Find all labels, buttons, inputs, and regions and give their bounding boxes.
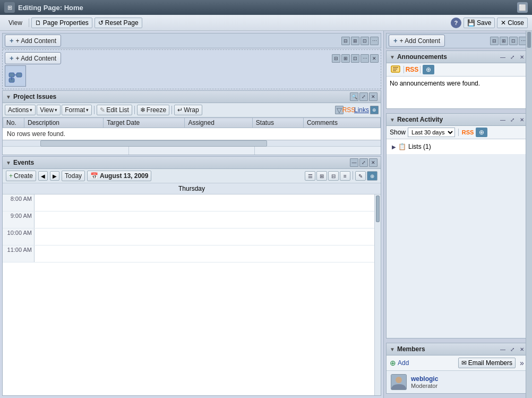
edit-cal-btn[interactable]: ✎ bbox=[355, 171, 366, 181]
events-expand-icon[interactable]: ⤢ bbox=[359, 158, 368, 167]
ra-collapse-arrow[interactable]: ▼ bbox=[390, 117, 395, 123]
ann-close-icon[interactable]: ✕ bbox=[518, 53, 526, 61]
view-button[interactable]: View ▾ bbox=[37, 105, 61, 115]
layout-icon-2[interactable]: ⊞ bbox=[351, 37, 359, 45]
members-expand-icon[interactable]: ⤢ bbox=[508, 345, 517, 353]
rss-icon-1[interactable]: RSS bbox=[345, 106, 353, 114]
title-bar-left: ⊞ Editing Page: Home bbox=[4, 2, 83, 13]
close-button[interactable]: ✕ Close bbox=[497, 18, 528, 28]
layout-icon-4[interactable]: ⋯ bbox=[370, 37, 379, 45]
events-close-icon[interactable]: ✕ bbox=[369, 158, 377, 167]
cal-slot-9am[interactable] bbox=[35, 211, 374, 228]
layout-icon-8[interactable]: ⋯ bbox=[361, 54, 369, 63]
right-outer-scrollbar[interactable] bbox=[526, 31, 532, 398]
actions-button[interactable]: Actions ▾ bbox=[5, 105, 36, 115]
page-properties-icon: 🗋 bbox=[35, 19, 41, 27]
workflow-svg bbox=[8, 69, 23, 83]
ann-expand-icon[interactable]: ⤢ bbox=[508, 53, 517, 61]
next-day-button[interactable]: ▶ bbox=[50, 171, 59, 181]
ra-share-icon[interactable]: ⊕ bbox=[476, 128, 487, 137]
members-title: ▼ Members bbox=[390, 345, 425, 353]
email-members-button[interactable]: ✉ Email Members bbox=[458, 358, 516, 368]
time-label-10am: 10:00 AM bbox=[3, 228, 35, 245]
ann-collapse-icon[interactable]: — bbox=[499, 53, 507, 61]
wrap-button[interactable]: ↵ Wrap bbox=[174, 105, 202, 115]
help-button[interactable]: ? bbox=[451, 18, 461, 28]
cal-scrollbar[interactable] bbox=[374, 194, 381, 395]
right-layout-2[interactable]: ⊞ bbox=[500, 37, 508, 45]
ra-rss-icon[interactable]: RSS bbox=[462, 128, 474, 137]
menu-bar-left: View 🗋 Page Properties ↺ Reset Page bbox=[4, 18, 142, 28]
layout-icon-5[interactable]: ⊟ bbox=[332, 54, 340, 63]
day-view-btn[interactable]: ☰ bbox=[305, 171, 315, 181]
calendar-picker-button[interactable]: 📅 August 13, 2009 bbox=[87, 171, 151, 181]
links-button[interactable]: Links bbox=[354, 106, 369, 114]
email-icon: ✉ bbox=[461, 359, 467, 367]
time-row-8am: 8:00 AM bbox=[3, 194, 374, 211]
expand-icon[interactable]: ⤢ bbox=[359, 92, 368, 101]
layout-icon-6[interactable]: ⊞ bbox=[341, 54, 350, 63]
member-row: weblogic Moderator bbox=[387, 371, 529, 393]
add-content-button-2[interactable]: + + Add Content bbox=[5, 52, 61, 64]
collapse-arrow[interactable]: ▼ bbox=[6, 94, 11, 100]
week-view-btn[interactable]: ⊞ bbox=[316, 171, 327, 181]
ann-new-icon[interactable] bbox=[390, 65, 401, 74]
ann-share-icon[interactable]: ⊕ bbox=[423, 65, 434, 74]
format-button[interactable]: Format ▾ bbox=[62, 105, 92, 115]
events-collapse-icon[interactable]: — bbox=[350, 158, 358, 167]
add-member-icon: ⊕ bbox=[390, 359, 396, 367]
events-collapse-arrow[interactable]: ▼ bbox=[6, 160, 11, 166]
create-event-button[interactable]: + Create bbox=[6, 171, 36, 181]
members-close-icon[interactable]: ✕ bbox=[518, 345, 526, 353]
share-icon[interactable]: ⊕ bbox=[370, 106, 379, 114]
cal-options-btn[interactable]: ⊕ bbox=[367, 171, 377, 181]
right-layout-3[interactable]: ⊡ bbox=[509, 37, 518, 45]
ann-collapse-arrow[interactable]: ▼ bbox=[390, 54, 395, 60]
edit-list-button[interactable]: ✎ Edit List bbox=[97, 105, 132, 115]
cal-slot-11am[interactable] bbox=[35, 245, 374, 262]
close-icon-2[interactable]: ✕ bbox=[369, 92, 377, 101]
time-label-11am: 11:00 AM bbox=[3, 245, 35, 262]
show-select[interactable]: Last 30 days Last 7 days Last 60 days La… bbox=[408, 128, 455, 137]
add-content-button-1[interactable]: + + Add Content bbox=[5, 35, 61, 47]
ra-collapse-icon[interactable]: — bbox=[499, 115, 507, 124]
members-collapse-icon[interactable]: — bbox=[499, 345, 507, 353]
ra-close-icon[interactable]: ✕ bbox=[518, 115, 526, 124]
layout-icon-7[interactable]: ⊡ bbox=[351, 54, 359, 63]
calendar-icon: 📅 bbox=[90, 172, 98, 180]
prev-day-button[interactable]: ◀ bbox=[38, 171, 48, 181]
layout-icon-3[interactable]: ⊡ bbox=[361, 37, 369, 45]
add-member-button[interactable]: ⊕ Add bbox=[390, 359, 409, 367]
close-icon-1[interactable]: ✕ bbox=[370, 54, 379, 63]
members-more-icon[interactable]: » bbox=[518, 359, 526, 367]
ra-expand-item-arrow[interactable]: ▶ bbox=[392, 144, 396, 150]
ann-rss-icon[interactable]: RSS bbox=[406, 65, 418, 74]
right-layout-1[interactable]: ⊟ bbox=[490, 37, 499, 45]
right-add-content-button[interactable]: + + Add Content bbox=[389, 35, 445, 47]
layout-icon-1[interactable]: ⊟ bbox=[341, 37, 350, 45]
save-button[interactable]: 💾 Save bbox=[464, 18, 495, 28]
plus-icon-1: + bbox=[10, 37, 14, 45]
month-view-btn[interactable]: ⊟ bbox=[328, 171, 339, 181]
menu-reset-page[interactable]: ↺ Reset Page bbox=[95, 18, 142, 28]
menu-page-properties[interactable]: 🗋 Page Properties bbox=[31, 18, 92, 28]
today-button[interactable]: Today bbox=[62, 171, 85, 181]
ra-list-item: ▶ 📋 Lists (1) bbox=[389, 141, 527, 152]
freeze-button[interactable]: ❄ Freeze bbox=[137, 105, 169, 115]
scroll-area[interactable] bbox=[3, 140, 381, 146]
scroll-bar[interactable] bbox=[40, 140, 267, 147]
col-comments: Comments bbox=[303, 118, 380, 128]
calendar-body: Thursday 8:00 AM 9:00 AM bbox=[3, 183, 381, 395]
right-scrollbar-thumb[interactable] bbox=[527, 32, 531, 48]
ra-expand-icon[interactable]: ⤢ bbox=[508, 115, 517, 124]
cal-scrollbar-thumb[interactable] bbox=[376, 196, 380, 222]
cal-slot-10am[interactable] bbox=[35, 228, 374, 245]
menu-view[interactable]: View bbox=[4, 18, 27, 28]
members-collapse-arrow[interactable]: ▼ bbox=[390, 346, 395, 352]
events-header: ▼ Events — ⤢ ✕ bbox=[3, 157, 381, 169]
left-panel: + + Add Content ⊟ ⊞ ⊡ ⋯ + + Add Content … bbox=[0, 31, 383, 398]
cal-slot-8am[interactable] bbox=[35, 194, 374, 211]
agenda-view-btn[interactable]: ≡ bbox=[340, 171, 350, 181]
cal-time-content: 8:00 AM 9:00 AM 10:00 AM bbox=[3, 194, 374, 395]
search-icon[interactable]: 🔍 bbox=[350, 92, 358, 101]
